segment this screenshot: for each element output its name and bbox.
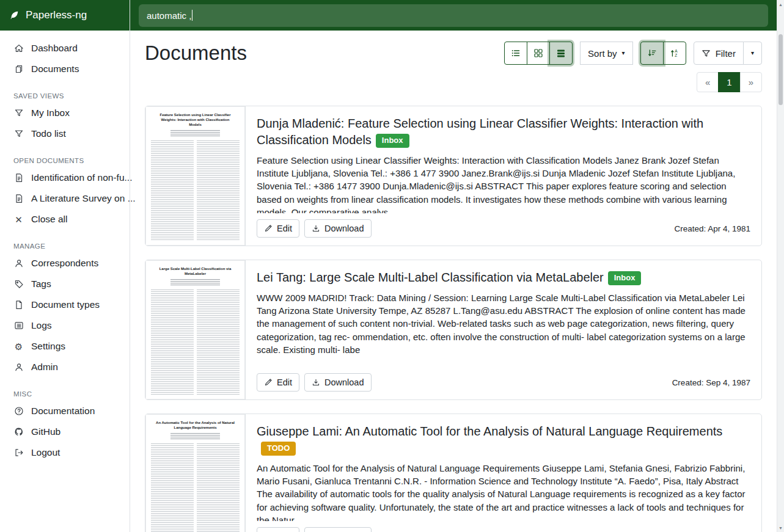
sidebar-item-documents[interactable]: Documents xyxy=(0,59,130,79)
filter-group: Filter ▾ xyxy=(694,42,762,65)
download-button[interactable]: Download xyxy=(304,527,372,532)
close-icon: ✕ xyxy=(13,214,24,225)
sidebar-item-close-all[interactable]: ✕ Close all xyxy=(0,209,130,230)
sidebar-item-label: Dashboard xyxy=(31,43,78,54)
sidebar-item-logout[interactable]: Logout xyxy=(0,442,130,463)
sidebar-item-dashboard[interactable]: Dashboard xyxy=(0,38,130,59)
sidebar-item-label: Settings xyxy=(31,341,65,352)
filter-button[interactable]: Filter xyxy=(694,42,744,65)
sidebar-item-my-inbox[interactable]: My Inbox xyxy=(0,103,130,123)
sidebar-item-github[interactable]: GitHub xyxy=(0,421,130,442)
sidebar-item-open-doc-1[interactable]: Identification of non-fu... xyxy=(0,167,130,188)
edit-button[interactable]: Edit xyxy=(257,219,299,238)
document-actions: Edit Download xyxy=(257,219,372,238)
pencil-icon xyxy=(264,224,273,233)
gear-icon: ⚙ xyxy=(13,341,24,352)
edit-button[interactable]: Edit xyxy=(257,527,299,532)
sidebar-item-logs[interactable]: Logs xyxy=(0,315,130,336)
sidebar-item-label: Tags xyxy=(31,279,51,290)
grid-view-icon xyxy=(533,48,543,58)
tag-badge[interactable]: Inbox xyxy=(376,134,409,148)
page-title: Documents xyxy=(145,42,247,65)
house-icon xyxy=(13,43,24,54)
sidebar-item-documentation[interactable]: Documentation xyxy=(0,401,130,421)
chevron-down-icon: ▾ xyxy=(622,50,625,56)
sidebar-item-label: Documents xyxy=(31,64,79,75)
chevron-down-icon: ▾ xyxy=(751,50,754,56)
sidebar-item-todo-list[interactable]: Todo list xyxy=(0,123,130,144)
download-button[interactable]: Download xyxy=(304,373,372,392)
scrollbar-thumb[interactable] xyxy=(779,34,783,105)
question-circle-icon xyxy=(13,406,24,417)
thumbnail-authors-lines xyxy=(170,130,220,136)
search-input[interactable]: automatic , xyxy=(139,4,768,27)
sidebar-item-open-doc-2[interactable]: A Literature Survey on ... xyxy=(0,188,130,209)
edit-button[interactable]: Edit xyxy=(257,373,299,392)
sidebar-item-document-types[interactable]: Document types xyxy=(0,294,130,315)
sidebar-item-settings[interactable]: ⚙ Settings xyxy=(0,336,130,357)
scroll-down-icon[interactable]: ▼ xyxy=(777,523,784,532)
documents-toolbar: Sort by ▾ AZ xyxy=(504,42,762,65)
document-title-link[interactable]: Giuseppe Lami: An Automatic Tool for the… xyxy=(257,423,750,457)
brand[interactable]: Paperless-ng xyxy=(0,0,130,31)
document-thumbnail[interactable]: Feature Selection using Linear Classifie… xyxy=(145,106,246,246)
view-mode-grid-button[interactable] xyxy=(527,42,550,65)
pagination-next-button[interactable]: » xyxy=(740,72,762,92)
topbar: automatic , xyxy=(130,0,777,31)
view-mode-details-button[interactable] xyxy=(549,42,573,65)
sidebar-item-admin[interactable]: Admin xyxy=(0,357,130,377)
sidebar-item-label: GitHub xyxy=(31,426,60,437)
download-icon xyxy=(312,224,320,233)
sidebar-item-label: A Literature Survey on ... xyxy=(31,193,136,204)
sort-direction-group: AZ xyxy=(640,42,686,65)
sort-descending-button[interactable] xyxy=(640,42,664,65)
document-actions: Edit Download xyxy=(257,373,372,392)
sort-by-dropdown[interactable]: Sort by ▾ xyxy=(580,42,633,65)
sort-alpha-up-button[interactable]: AZ xyxy=(663,42,686,65)
download-button[interactable]: Download xyxy=(304,219,372,238)
files-icon xyxy=(13,64,24,75)
document-title-link[interactable]: Lei Tang: Large Scale Multi-Label Classi… xyxy=(257,269,750,286)
thumbnail-caption: Feature Selection using Linear Classifie… xyxy=(155,112,236,127)
document-thumbnail[interactable]: Large Scale Multi-Label Classification v… xyxy=(145,260,246,399)
list-view-icon xyxy=(511,48,521,58)
filter-label: Filter xyxy=(716,48,736,59)
page-header: Documents xyxy=(145,42,762,65)
leaf-logo-icon xyxy=(9,10,20,21)
document-card: Feature Selection using Linear Classifie… xyxy=(145,106,762,246)
created-date: Created: Sep 4, 1987 xyxy=(672,378,750,387)
sort-by-label: Sort by xyxy=(588,48,617,59)
thumbnail-authors-lines xyxy=(170,279,220,285)
sidebar-item-label: My Inbox xyxy=(31,107,70,118)
document-card-footer: Edit Download Created: Apr 4, 1981 xyxy=(257,213,750,238)
vertical-scrollbar[interactable]: ▲ ▼ xyxy=(777,0,784,532)
tag-badge[interactable]: TODO xyxy=(261,442,296,456)
sidebar-section-open-documents: OPEN DOCUMENTS xyxy=(0,144,130,167)
thumbnail-text-lines xyxy=(151,140,240,241)
sidebar-item-label: Documentation xyxy=(31,406,95,417)
sidebar-item-label: Close all xyxy=(31,214,67,225)
document-card-body: Giuseppe Lami: An Automatic Tool for the… xyxy=(246,414,761,532)
document-title-link[interactable]: Dunja Mladenić: Feature Selection using … xyxy=(257,115,750,149)
logout-icon xyxy=(13,448,24,458)
sidebar-item-label: Logout xyxy=(31,447,60,458)
filter-dropdown-toggle[interactable]: ▾ xyxy=(743,42,762,65)
svg-text:Z: Z xyxy=(675,53,677,57)
pagination-prev-button[interactable]: « xyxy=(697,72,719,92)
thumbnail-caption: An Automatic Tool for the Analysis of Na… xyxy=(155,420,236,430)
document-card-footer: Edit Download xyxy=(257,521,750,532)
sidebar-item-tags[interactable]: Tags xyxy=(0,274,130,294)
pagination-page-1-button[interactable]: 1 xyxy=(718,72,740,92)
tag-badge[interactable]: Inbox xyxy=(608,271,642,285)
scroll-up-icon[interactable]: ▲ xyxy=(777,0,784,9)
sidebar-item-correspondents[interactable]: Correspondents xyxy=(0,253,130,274)
document-excerpt: WWW 2009 MADRID! Track: Data Mining / Se… xyxy=(257,291,750,356)
view-mode-table-button[interactable] xyxy=(504,42,527,65)
sidebar: Paperless-ng Dashboard Documents SAVED V… xyxy=(0,0,130,532)
sidebar-item-label: Todo list xyxy=(31,128,66,139)
tag-icon xyxy=(13,279,24,290)
file-text-icon xyxy=(13,173,24,183)
text-cursor xyxy=(192,10,192,21)
person-icon xyxy=(13,258,24,269)
document-thumbnail[interactable]: An Automatic Tool for the Analysis of Na… xyxy=(145,414,246,532)
